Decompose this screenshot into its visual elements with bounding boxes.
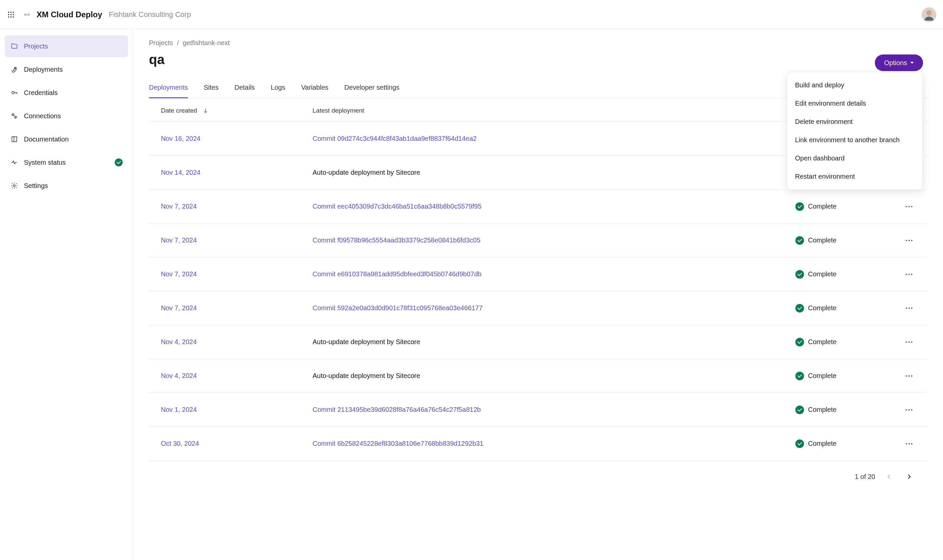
row-actions-button[interactable] (903, 302, 915, 314)
sidebar-item-deployments[interactable]: Deployments (5, 58, 128, 80)
status-text: Complete (808, 406, 837, 414)
deployment-date-link[interactable]: Nov 1, 2024 (161, 406, 197, 414)
tab-developer-settings[interactable]: Developer settings (344, 78, 400, 98)
tab-deployments[interactable]: Deployments (149, 78, 188, 98)
commit-link[interactable]: Commit 09d274c3c944fc8f43ab1daa9ef8837f6… (313, 135, 477, 142)
next-page-button[interactable] (903, 471, 915, 483)
tab-sites[interactable]: Sites (204, 78, 218, 98)
svg-point-24 (908, 308, 910, 309)
svg-point-19 (911, 240, 912, 241)
commit-link[interactable]: Commit 592a2e0a03d0d901c78f31c095768ea03… (313, 304, 483, 312)
deployment-date-link[interactable]: Nov 4, 2024 (161, 372, 197, 380)
sidebar-item-label: System status (24, 159, 66, 166)
svg-point-35 (906, 443, 907, 445)
status-complete-icon (795, 338, 804, 346)
pagination-text: 1 of 20 (855, 473, 875, 481)
row-actions-button[interactable] (903, 438, 915, 450)
svg-point-16 (911, 206, 912, 207)
svg-point-31 (911, 375, 912, 377)
svg-point-0 (8, 12, 9, 13)
svg-point-23 (906, 308, 907, 309)
col-header-deployment[interactable]: Latest deployment (313, 107, 795, 114)
row-actions-button[interactable] (903, 268, 915, 280)
deployment-description: Auto-update deployment by Sitecore (313, 169, 420, 176)
svg-point-4 (10, 14, 12, 15)
commit-link[interactable]: Commit 6b258245228ef8303a8106e7768bb839d… (313, 440, 483, 447)
sidebar-item-label: Deployments (24, 66, 63, 74)
header: XM Cloud Deploy Fishtank Consulting Corp (0, 0, 943, 29)
book-icon (10, 135, 19, 143)
svg-point-22 (911, 274, 912, 275)
commit-link[interactable]: Commit eec405309d7c3dc46ba51c6aa348b8b0c… (313, 203, 482, 210)
row-actions-button[interactable] (903, 370, 915, 382)
deployment-date-link[interactable]: Nov 7, 2024 (161, 237, 197, 244)
status-complete-icon (795, 372, 804, 380)
commit-link[interactable]: Commit e6910378a981add95dbfeed3f045b0746… (313, 270, 482, 278)
table-row: Nov 4, 2024Auto-update deployment by Sit… (149, 325, 927, 359)
table-row: Nov 7, 2024Commit f09578b96c5554aad3b337… (149, 223, 927, 257)
table-row: Nov 7, 2024Commit eec405309d7c3dc46ba51c… (149, 190, 927, 223)
page-title: qa (149, 52, 927, 67)
main-content: Projects / getfishtank-next qa Options B… (133, 29, 943, 560)
pagination: 1 of 20 (149, 461, 927, 483)
sidebar-item-label: Settings (24, 182, 48, 190)
sidebar-item-documentation[interactable]: Documentation (5, 128, 128, 150)
sidebar-item-projects[interactable]: Projects (5, 35, 128, 57)
dropdown-item-build-and-deploy[interactable]: Build and deploy (787, 76, 923, 94)
tab-variables[interactable]: Variables (301, 78, 329, 98)
breadcrumb-link[interactable]: Projects (149, 39, 173, 47)
svg-point-15 (908, 206, 910, 207)
table-row: Nov 7, 2024Commit e6910378a981add95dbfee… (149, 257, 927, 291)
dropdown-item-restart-environment[interactable]: Restart environment (787, 168, 923, 186)
row-actions-button[interactable] (903, 234, 915, 246)
deployment-date-link[interactable]: Nov 7, 2024 (161, 304, 197, 312)
sidebar-item-system-status[interactable]: System status (5, 151, 128, 173)
tab-details[interactable]: Details (235, 78, 255, 98)
svg-point-29 (906, 375, 907, 377)
chevron-down-icon (911, 62, 914, 64)
deployment-date-link[interactable]: Nov 4, 2024 (161, 338, 197, 346)
svg-point-14 (906, 206, 907, 207)
status-text: Complete (808, 203, 837, 210)
svg-point-2 (12, 12, 14, 13)
avatar[interactable] (922, 7, 936, 22)
row-actions-button[interactable] (903, 201, 915, 212)
col-header-date[interactable]: Date created (161, 107, 313, 114)
col-header-date-label: Date created (161, 107, 197, 114)
table-row: Nov 1, 2024Commit 2113495be39d6028f8a76a… (149, 393, 927, 427)
deployment-date-link[interactable]: Nov 16, 2024 (161, 135, 201, 143)
apps-menu-icon[interactable] (6, 10, 16, 20)
deployment-date-link[interactable]: Oct 30, 2024 (161, 440, 199, 448)
sidebar-item-settings[interactable]: Settings (5, 175, 128, 197)
options-button-label: Options (884, 59, 907, 67)
sidebar-item-credentials[interactable]: Credentials (5, 82, 128, 104)
prev-page-button[interactable] (883, 471, 895, 483)
heartbeat-icon (10, 158, 19, 167)
deployment-date-link[interactable]: Nov 7, 2024 (161, 203, 197, 210)
deployment-date-link[interactable]: Nov 7, 2024 (161, 270, 197, 278)
svg-point-17 (906, 240, 907, 241)
status-text: Complete (808, 440, 837, 448)
svg-point-20 (906, 274, 907, 275)
dropdown-item-edit-environment-details[interactable]: Edit environment details (787, 94, 923, 112)
commit-link[interactable]: Commit 2113495be39d6028f8a76a46a76c54c27… (313, 406, 481, 413)
dropdown-item-open-dashboard[interactable]: Open dashboard (787, 149, 923, 168)
options-button[interactable]: Options (875, 54, 923, 71)
tab-logs[interactable]: Logs (271, 78, 285, 98)
gear-icon (10, 182, 19, 190)
svg-point-7 (10, 16, 12, 18)
table-row: Nov 7, 2024Commit 592a2e0a03d0d901c78f31… (149, 291, 927, 325)
svg-point-21 (908, 274, 910, 275)
dropdown-item-link-environment-to-another-branch[interactable]: Link environment to another branch (787, 131, 923, 149)
row-actions-button[interactable] (903, 336, 915, 348)
breadcrumb-separator: / (177, 39, 179, 47)
svg-point-3 (8, 14, 9, 15)
status-text: Complete (808, 270, 837, 278)
row-actions-button[interactable] (903, 404, 915, 416)
svg-point-37 (911, 443, 912, 445)
commit-link[interactable]: Commit f09578b96c5554aad3b3379c258e0841b… (313, 237, 480, 244)
deployment-date-link[interactable]: Nov 14, 2024 (161, 169, 201, 176)
dropdown-item-delete-environment[interactable]: Delete environment (787, 112, 923, 131)
sidebar-item-connections[interactable]: Connections (5, 105, 128, 127)
breadcrumb-link[interactable]: getfishtank-next (183, 39, 230, 47)
